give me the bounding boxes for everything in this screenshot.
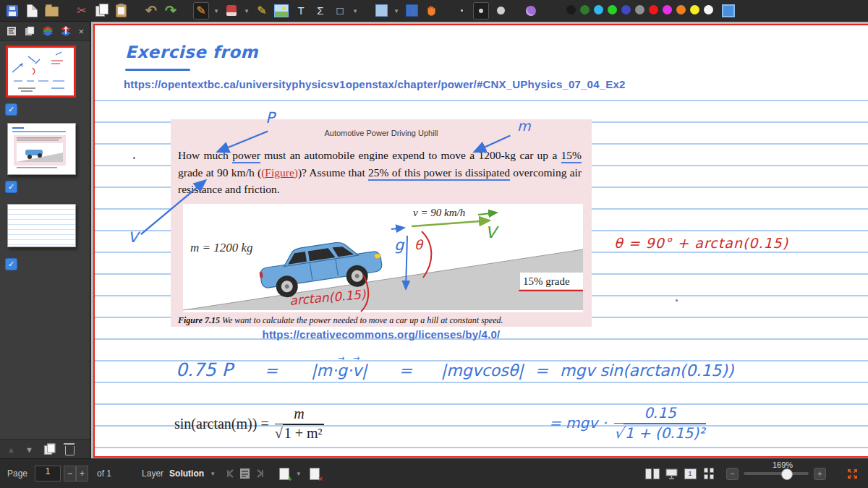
shape-tool-button[interactable]: □ [332,2,348,20]
zoom-out-button[interactable]: − [726,468,739,480]
zoom-in-button[interactable]: + [814,468,826,480]
thick-dot-icon [497,7,505,14]
color-swatch[interactable] [690,5,699,14]
two-page-view-button[interactable] [645,466,660,481]
tab-layers[interactable] [42,25,54,37]
page-thumbnail-2[interactable] [7,123,76,175]
stray-mark [676,299,678,301]
zoom-slider-thumb[interactable] [781,468,793,480]
page-checkbox-2[interactable]: ✓ [5,181,17,193]
pen-tool-button[interactable]: ✎ [193,2,209,20]
tab-layerstack[interactable] [60,25,72,37]
select-rectangle-icon [375,4,388,17]
grid-view-button[interactable] [702,466,716,481]
shape-options-caret[interactable]: ▾ [352,7,359,14]
page-increment-button[interactable]: + [76,466,88,481]
stroke-width-medium-button[interactable] [473,2,489,20]
next-layer-button[interactable] [252,466,267,481]
text-tool-button[interactable]: T [293,2,309,20]
fill-icon [526,6,536,16]
color-swatch[interactable] [608,5,617,14]
contents-icon [7,26,17,36]
fit-page-icon: 1 [684,468,697,479]
select-options-caret[interactable]: ▾ [393,7,400,14]
delete-page-button[interactable] [65,446,75,455]
save-button[interactable] [4,2,20,20]
thumbnail-strokes [8,48,74,95]
layer-select-caret[interactable]: ▾ [211,470,215,477]
color-swatch[interactable] [649,5,658,14]
page-thumbnail-3[interactable] [7,204,76,247]
copy-button[interactable] [93,2,109,20]
duplicate-page-button[interactable] [44,445,52,455]
add-page-caret[interactable]: ▾ [297,470,301,477]
annotation-p: P [265,109,275,127]
image-tool-button[interactable] [273,2,289,20]
fullscreen-button[interactable] [845,466,859,481]
application-window: { "toolbar": { "palette": ["#1a1a1a","#2… [0,0,868,488]
sidebar-close-button[interactable]: × [78,27,84,36]
open-folder-icon [45,7,59,17]
status-bar: Page 1 − + of 1 Layer Solution ▾ + ▾ × 1… [0,458,868,488]
redo-button[interactable]: ↷ [163,2,179,20]
eraser-tool-button[interactable] [224,2,239,20]
hand-v-label: V [485,223,499,241]
pen-options-caret[interactable]: ▾ [213,7,220,14]
select-region-button[interactable] [373,2,389,20]
cc-license-url[interactable]: https://creativecommons.org/licenses/by/… [171,328,592,341]
custom-color-button[interactable] [719,2,735,20]
color-swatch[interactable] [566,5,576,14]
paste-button[interactable] [113,2,129,20]
stroke-width-fine-button[interactable] [454,2,469,20]
fill-toggle-button[interactable] [523,2,539,20]
velocity-arrow [412,221,490,226]
cut-button[interactable]: ✂ [74,2,90,20]
page-number-input[interactable]: 1 [35,466,61,481]
color-swatch[interactable] [676,5,686,14]
color-swatch[interactable] [663,5,672,14]
vertical-space-icon: ↕ [406,4,418,17]
zoom-slider[interactable]: 169% [744,472,809,475]
color-swatch[interactable] [635,5,644,14]
highlighter-tool-button[interactable]: ✎ [254,2,270,20]
page-checkbox-3[interactable]: ✓ [5,258,17,270]
grade-label: 15% grade [523,275,570,287]
figure-link[interactable]: (Figure) [261,166,298,179]
canvas-area[interactable]: Exercise from https://opentextbc.ca/univ… [91,22,868,459]
remove-page-button[interactable]: × [307,466,322,481]
vertical-space-button[interactable]: ↕ [404,2,420,20]
source-url-text[interactable]: https://opentextbc.ca/universityphysicsv… [124,78,626,90]
layers-icon [42,26,54,36]
tab-page-preview[interactable] [24,25,35,37]
color-swatch[interactable] [580,5,590,14]
move-page-down-button[interactable]: ▼ [25,445,33,454]
page-decrement-button[interactable]: − [64,466,76,481]
page-thumbnail-current[interactable] [6,46,76,98]
layer-preview-button[interactable] [238,466,252,481]
tab-contents[interactable] [6,25,17,37]
color-swatch[interactable] [704,5,713,14]
open-button[interactable] [43,2,59,20]
stroke-width-thick-button[interactable] [493,2,509,20]
move-page-up-button[interactable]: ▲ [7,445,15,454]
math-tool-button[interactable]: Σ [312,2,328,20]
mass-label: m = 1200 kg [190,241,253,254]
eraser-options-caret[interactable]: ▾ [243,7,250,14]
undo-button[interactable]: ↶ [143,2,159,20]
add-page-button[interactable]: + [277,466,292,481]
new-document-button[interactable] [24,2,40,20]
previous-layer-button[interactable] [224,466,238,481]
layer-select[interactable]: Solution [169,468,204,479]
color-palette [564,4,715,17]
g-label: g [394,236,405,254]
page-label: Page [7,468,27,479]
underlined-power: power [232,149,260,163]
page-checkbox-1[interactable]: ✓ [5,103,17,116]
color-swatch[interactable] [594,5,603,14]
fit-page-button[interactable]: 1 [683,466,697,481]
color-swatch[interactable] [621,5,631,14]
notebook-page[interactable]: Exercise from https://opentextbc.ca/univ… [93,24,868,458]
shape-icon: □ [336,5,343,16]
presentation-mode-button[interactable] [664,466,678,481]
hand-tool-button[interactable] [423,2,439,20]
